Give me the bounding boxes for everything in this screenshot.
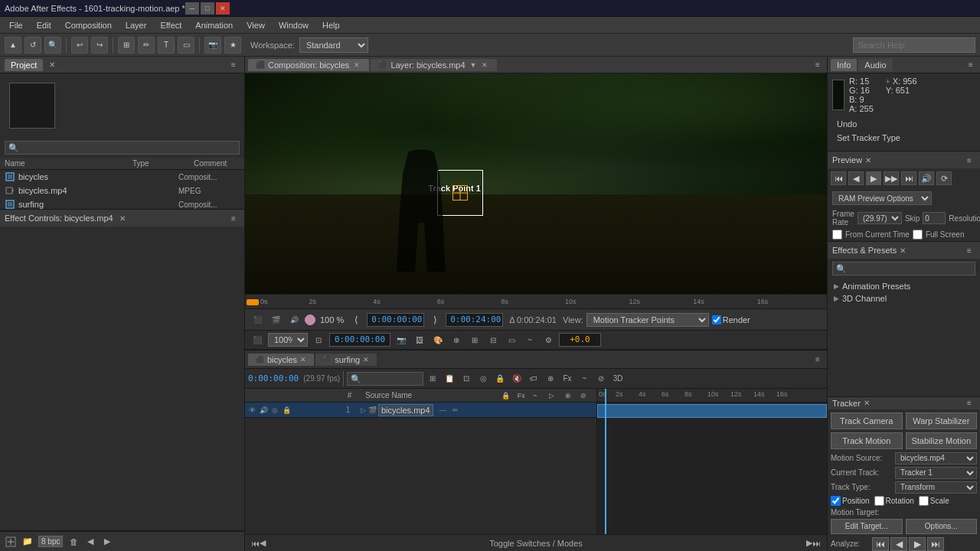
timecode-display[interactable]: 0:00:00:00: [329, 333, 390, 347]
menu-composition[interactable]: Composition: [59, 19, 118, 31]
tl-3d[interactable]: 3D: [610, 371, 626, 386]
vc2-snapshot[interactable]: 📷: [394, 332, 409, 347]
project-item-surfing-comp[interactable]: surfing Composit...: [0, 197, 244, 209]
viewer-menu[interactable]: ≡: [812, 59, 824, 71]
tl-blend[interactable]: ⊕: [543, 371, 558, 386]
rotation-label[interactable]: Rotation: [874, 496, 914, 506]
arrow-right-button[interactable]: ▶: [100, 534, 115, 549]
time-end-display[interactable]: 0:00:24:00: [446, 313, 503, 327]
search-help-input[interactable]: [853, 37, 975, 53]
layer-lock[interactable]: 🔒: [281, 405, 292, 416]
tool-redo[interactable]: ↪: [91, 37, 108, 54]
analyze-fwd-one[interactable]: ▶: [909, 537, 926, 551]
render-label[interactable]: Render: [712, 315, 750, 324]
prev-last-frame[interactable]: ⏭: [901, 171, 916, 185]
tool-text[interactable]: T: [158, 37, 175, 54]
vc2-fit[interactable]: ⊡: [311, 332, 326, 347]
project-tab[interactable]: Project: [5, 59, 43, 71]
layer-tab[interactable]: ⬛ Layer: bicycles.mp4 ▼ ✕: [371, 59, 496, 71]
folder-button[interactable]: 📁: [20, 534, 35, 549]
vc2-grid[interactable]: ⊟: [485, 332, 501, 347]
effect-controls-menu[interactable]: ≡: [227, 212, 240, 224]
timeline-panel-menu[interactable]: ≡: [812, 354, 824, 366]
pb-menu-btn[interactable]: ⬛: [250, 312, 265, 328]
timeline-tab-bicycles[interactable]: ⬛ bicycles ✕: [248, 354, 314, 366]
tl-comp-options[interactable]: ⊞: [425, 371, 440, 386]
info-panel-menu[interactable]: ≡: [965, 59, 977, 71]
tl-draft[interactable]: 📋: [442, 371, 457, 386]
time-start-display[interactable]: 0:00:00:00: [367, 313, 424, 327]
track-motion-button[interactable]: Track Motion: [831, 432, 903, 449]
menu-help[interactable]: Help: [316, 19, 346, 31]
tl-solo[interactable]: ◎: [475, 371, 491, 386]
pb-color-btn[interactable]: .: [305, 315, 315, 325]
layer-effect-btn[interactable]: ✏: [450, 405, 461, 416]
track-camera-button[interactable]: Track Camera: [831, 412, 903, 429]
track-area[interactable]: 0s 2s 4s 6s 8s 10s 12s 14s 16s: [597, 389, 827, 534]
new-comp-button[interactable]: [3, 534, 18, 549]
info-tab-info[interactable]: Info: [831, 59, 857, 71]
tool-camera[interactable]: 📷: [204, 37, 221, 54]
comp-tab[interactable]: ⬛ Composition: bicycles ✕: [248, 59, 369, 71]
ram-preview-select[interactable]: RAM Preview Options: [832, 191, 932, 205]
minimize-button[interactable]: ─: [185, 2, 199, 15]
motion-source-select[interactable]: bicycles.mp4: [895, 452, 977, 465]
analyze-back-all[interactable]: ⏮: [872, 537, 889, 551]
arrow-left-button[interactable]: ◀: [83, 534, 98, 549]
preview-menu[interactable]: ≡: [963, 154, 975, 166]
transport-fwd[interactable]: ⏭: [812, 539, 821, 548]
menu-view[interactable]: View: [240, 19, 271, 31]
menu-edit[interactable]: Edit: [31, 19, 57, 31]
tl-mute[interactable]: 🔇: [509, 371, 524, 386]
layer-video-toggle[interactable]: 👁: [247, 405, 257, 416]
tool-comp[interactable]: ⊞: [118, 37, 135, 54]
prev-first-frame[interactable]: ⏮: [831, 171, 846, 185]
vc2-show-channel[interactable]: 🎨: [430, 332, 446, 347]
track-type-select[interactable]: Transform: [895, 481, 977, 494]
layer-solo-btn[interactable]: —: [438, 405, 449, 416]
view-select[interactable]: Motion Tracker Points: [586, 313, 709, 327]
vc2-always-preview[interactable]: ⬛: [250, 332, 265, 347]
rotation-checkbox[interactable]: [874, 496, 884, 506]
pb-prev-frame[interactable]: ⟨: [348, 312, 364, 328]
transport-prev[interactable]: ◀: [260, 538, 266, 548]
layer-row-1[interactable]: 👁 🔊 ◎ 🔒 1 ▷ 🎬 bicycles.mp4 — ✏: [245, 403, 596, 418]
project-panel-menu[interactable]: ≡: [227, 59, 240, 71]
scale-label[interactable]: Scale: [919, 496, 949, 506]
track-clip-1[interactable]: [597, 404, 827, 418]
menu-animation[interactable]: Animation: [189, 19, 239, 31]
tl-switches[interactable]: ⊡: [459, 371, 474, 386]
project-search-input[interactable]: [5, 141, 240, 155]
frame-rate-select[interactable]: (29.97): [858, 212, 902, 224]
zoom-select[interactable]: 100%: [268, 333, 308, 347]
vc2-motion-blur[interactable]: ~: [522, 332, 537, 347]
prev-prev-frame[interactable]: ◀: [848, 171, 864, 185]
timeline-tab-surfing[interactable]: ⬛ surfing ✕: [315, 354, 377, 366]
transport-back[interactable]: ⏮: [251, 539, 260, 548]
pb-next-frame[interactable]: ⟩: [427, 312, 443, 328]
timeline-ruler[interactable]: 0s 2s 4s 6s 8s 10s 12s 14s 16s: [245, 294, 827, 309]
vc2-safe-zones[interactable]: ▭: [504, 332, 519, 347]
stabilize-motion-button[interactable]: Stabilize Motion: [906, 432, 978, 449]
prev-next-frame[interactable]: ▶▶: [884, 171, 899, 185]
vc2-show-snapshot[interactable]: 🖼: [412, 332, 427, 347]
render-checkbox[interactable]: [712, 315, 721, 324]
layer-expand[interactable]: ▷: [358, 405, 368, 416]
tl-adj[interactable]: ⊘: [593, 371, 609, 386]
layer-name-1[interactable]: bicycles.mp4: [378, 404, 433, 416]
effects-category-3d-channel[interactable]: ▶ 3D Channel: [828, 292, 980, 305]
position-checkbox[interactable]: [831, 496, 841, 506]
tracker-menu[interactable]: ≡: [963, 397, 975, 409]
tool-pen[interactable]: ✏: [138, 37, 155, 54]
delete-button[interactable]: 🗑: [66, 534, 81, 549]
menu-layer[interactable]: Layer: [119, 19, 153, 31]
tl-motion-blur[interactable]: ~: [577, 371, 592, 386]
tl-label[interactable]: 🏷: [526, 371, 541, 386]
tool-select[interactable]: ▲: [5, 37, 21, 54]
tool-undo[interactable]: ↩: [71, 37, 88, 54]
tool-light[interactable]: ★: [224, 37, 241, 54]
project-item-bicycles-comp[interactable]: bicycles Composit...: [0, 170, 244, 184]
position-label[interactable]: Position: [831, 496, 870, 506]
tool-rotate[interactable]: ↺: [24, 37, 41, 54]
project-item-bicycles-mp4[interactable]: bicycles.mp4 MPEG: [0, 184, 244, 197]
